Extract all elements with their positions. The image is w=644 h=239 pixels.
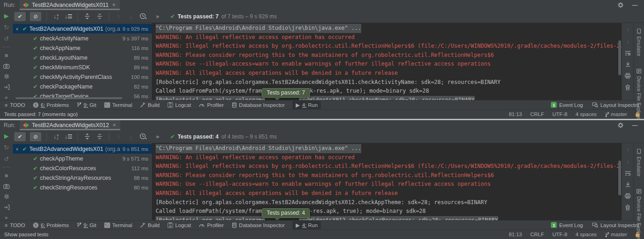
import-test-results-icon[interactable]	[3, 204, 10, 210]
test-row[interactable]: ✔checkActivityName9 s 397 ms	[13, 33, 152, 43]
test-row[interactable]: ✔checkLayoutName89 ms	[13, 53, 152, 62]
next-failed-test-icon[interactable]: ↓	[127, 133, 135, 141]
terminal-tool-button[interactable]: ›_Terminal	[104, 222, 132, 228]
hide-icon[interactable]: —	[632, 2, 638, 8]
layout-inspector-button[interactable]: Layout Inspector	[592, 102, 639, 108]
build-tool-button[interactable]: Build	[140, 222, 160, 228]
next-failed-test-icon[interactable]: ↓	[127, 12, 135, 21]
indent-indicator[interactable]: 4 spaces	[576, 111, 597, 117]
run-tool-button[interactable]: ▶4: Run	[292, 221, 321, 229]
previous-failed-test-icon[interactable]: ↑	[114, 133, 123, 141]
line-ending-indicator[interactable]: CRLF	[530, 111, 544, 117]
event-log-button[interactable]: 1Event Log	[551, 222, 583, 228]
logcat-tool-button[interactable]: Logcat	[168, 222, 191, 228]
rerun-failed-icon[interactable]: ↺	[3, 35, 10, 42]
profiler-tool-button[interactable]: Profiler	[199, 222, 224, 228]
stop-icon[interactable]: ■	[3, 52, 10, 59]
test-row[interactable]: ✔checkMyActivityParentClass100 ms	[13, 72, 152, 82]
thread-dump-icon[interactable]	[3, 183, 10, 189]
test-suite-row[interactable]: ∨ ✔ TestB2AdvancedWidgetsX012 (org.a 9 s…	[13, 144, 152, 154]
show-passed-toggle[interactable]: ✔	[14, 132, 26, 141]
toolbar-more-icon[interactable]: »	[153, 133, 162, 141]
emulator-tool-button[interactable]: Emulator	[636, 149, 642, 177]
sort-by-duration-icon[interactable]: ↓	[64, 133, 73, 141]
close-icon[interactable]: ×	[113, 122, 116, 128]
test-console[interactable]: "C:\Program Files\Android\Android Studio…	[152, 143, 622, 220]
unlock-icon[interactable]	[635, 111, 640, 117]
run-tab[interactable]: TestB2AdvancedWidgetsX011 ×	[20, 0, 119, 10]
soft-wrap-icon[interactable]	[624, 50, 632, 56]
encoding-indicator[interactable]: UTF-8	[552, 232, 567, 237]
test-suite-row[interactable]: ∨ ✔ TestB2AdvancedWidgetsX011 (org.a 9 s…	[13, 24, 152, 33]
test-row[interactable]: ✔checkAppName116 ms	[13, 43, 152, 53]
show-ignored-toggle[interactable]: ⊘	[30, 132, 41, 141]
encoding-indicator[interactable]: UTF-8	[552, 111, 567, 117]
sort-alphabetically-icon[interactable]: ↓az	[52, 12, 60, 21]
test-row[interactable]: ✔checkMinimumSDK89 ms	[13, 62, 152, 72]
up-stack-trace-icon[interactable]: ↑	[624, 27, 632, 33]
unlock-icon[interactable]	[635, 232, 640, 237]
coverage-settings-icon[interactable]	[3, 73, 10, 79]
git-tool-button[interactable]: 9: Git	[77, 222, 96, 228]
line-ending-indicator[interactable]: CRLF	[530, 232, 544, 237]
git-branch-widget[interactable]: master	[605, 232, 627, 237]
todo-tool-button[interactable]: ≡TODO	[5, 102, 25, 108]
database-inspector-tool-button[interactable]: Database Inspector	[232, 222, 285, 228]
show-passed-toggle[interactable]: ✔	[14, 12, 26, 21]
gear-icon[interactable]	[617, 122, 624, 128]
test-console[interactable]: "C:\Program Files\Android\Android Studio…	[152, 23, 622, 100]
thread-dump-icon[interactable]	[3, 63, 10, 69]
indent-indicator[interactable]: 4 spaces	[576, 232, 597, 237]
chevron-down-icon[interactable]: ∨	[16, 147, 20, 151]
test-row[interactable]: ✔checkPackageName82 ms	[13, 82, 152, 91]
rerun-failed-icon[interactable]: ↺	[3, 156, 10, 162]
collapse-all-icon[interactable]	[95, 12, 104, 21]
clear-all-icon[interactable]	[624, 204, 632, 211]
close-icon[interactable]: ×	[112, 2, 116, 8]
coverage-settings-icon[interactable]	[3, 194, 10, 200]
test-row[interactable]: ✔checkStringResources80 ms	[13, 183, 152, 192]
stop-icon[interactable]: ■	[3, 172, 10, 179]
gear-icon[interactable]	[617, 2, 624, 8]
console-vertical-scrollbar[interactable]	[618, 161, 621, 195]
tree-horizontal-scrollbar[interactable]	[16, 97, 122, 99]
test-row[interactable]: ✔checkStringArrayResources88 ms	[13, 173, 152, 183]
run-tab[interactable]: TestB2AdvancedWidgetsX012 ×	[20, 120, 120, 130]
toolbar-more-icon[interactable]: »	[153, 12, 162, 21]
soft-wrap-icon[interactable]	[624, 170, 632, 176]
sort-by-duration-icon[interactable]: ↓	[64, 12, 73, 21]
test-row[interactable]: ✔checkAppTheme9 s 571 ms	[13, 154, 152, 163]
test-history-icon[interactable]	[139, 133, 147, 141]
chevron-down-icon[interactable]: ∨	[16, 27, 20, 31]
hide-icon[interactable]: —	[632, 122, 638, 128]
database-inspector-tool-button[interactable]: Database Inspector	[232, 102, 285, 108]
rerun-icon[interactable]: ↻	[3, 24, 10, 31]
down-stack-trace-icon[interactable]: ↓	[624, 38, 632, 44]
sort-alphabetically-icon[interactable]: ↓az	[52, 133, 60, 141]
git-branch-widget[interactable]: master	[605, 111, 627, 117]
show-ignored-toggle[interactable]: ⊘	[30, 12, 41, 21]
test-row[interactable]: ✔checkTargetDevice56 ms	[13, 91, 152, 101]
rerun-play-icon[interactable]: ▶	[3, 12, 10, 19]
expand-all-icon[interactable]	[83, 12, 91, 21]
more-actions-icon[interactable]: »	[5, 94, 8, 100]
previous-failed-test-icon[interactable]: ↑	[114, 12, 123, 21]
git-tool-button[interactable]: 9: Git	[77, 102, 96, 108]
scroll-to-end-icon[interactable]	[624, 181, 632, 188]
console-vertical-scrollbar[interactable]	[618, 40, 621, 75]
emulator-tool-button[interactable]: Emulator	[636, 28, 642, 56]
test-row[interactable]: ✔checkColorResources112 ms	[13, 163, 152, 173]
todo-tool-button[interactable]: ≡TODO	[5, 222, 25, 228]
import-test-results-icon[interactable]	[3, 84, 10, 90]
test-history-icon[interactable]	[139, 12, 147, 21]
print-icon[interactable]	[624, 72, 632, 79]
collapse-all-icon[interactable]	[95, 133, 104, 141]
build-tool-button[interactable]: Build	[140, 102, 160, 108]
problems-tool-button[interactable]: !6: Problems	[33, 102, 69, 108]
clear-all-icon[interactable]	[624, 84, 632, 90]
rerun-play-icon[interactable]: ▶	[3, 133, 10, 139]
more-actions-icon[interactable]: »	[5, 215, 8, 220]
print-icon[interactable]	[624, 193, 632, 199]
expand-all-icon[interactable]	[83, 133, 91, 141]
up-stack-trace-icon[interactable]: ↑	[624, 147, 632, 153]
